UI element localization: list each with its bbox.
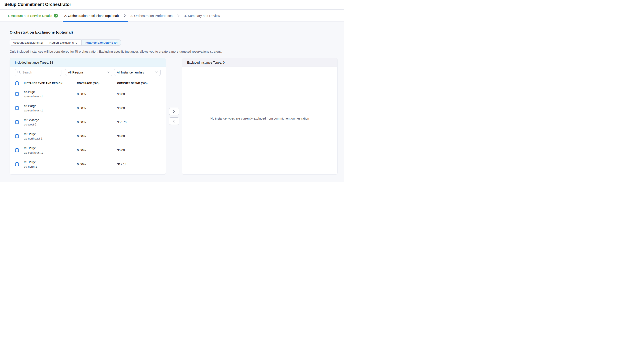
chevron-down-icon bbox=[155, 72, 158, 73]
row-checkbox[interactable] bbox=[15, 134, 19, 138]
region-filter-select[interactable]: All Regions bbox=[65, 69, 112, 76]
page-title: Setup Commitment Orchestrator bbox=[4, 2, 344, 7]
coverage-value: 0.00% bbox=[77, 134, 117, 138]
spend-value: $0.00 bbox=[117, 148, 166, 152]
excluded-panel-title: Excluded Instance Types: 0 bbox=[187, 61, 224, 64]
excluded-panel-header: Excluded Instance Types: 0 bbox=[182, 58, 337, 67]
instance-region: ap-northeast-1 bbox=[24, 137, 77, 140]
search-input[interactable] bbox=[15, 69, 62, 76]
chevron-right-icon bbox=[178, 14, 180, 17]
instance-family-filter-value: All Instance families bbox=[117, 71, 144, 74]
wizard-stepper: 1. Account and Service Details 2. Orches… bbox=[0, 10, 344, 22]
tab-instance-exclusions[interactable]: Instance Exclusions (0) bbox=[82, 40, 121, 46]
excluded-empty-state: No instance types are currently excluded… bbox=[182, 67, 337, 174]
table-row: m5.2xlarge eu-west-2 0.00% $53.70 bbox=[10, 115, 166, 129]
instance-region: ap-southeast-1 bbox=[24, 95, 77, 98]
step-orchestration-exclusions[interactable]: 2. Orchestration Exclusions (optional) bbox=[63, 10, 120, 22]
included-panel-header: Included Instance Types: 38 bbox=[10, 58, 166, 67]
chevron-left-icon bbox=[173, 120, 175, 122]
spend-value: $9.88 bbox=[117, 134, 166, 138]
spend-value: $17.14 bbox=[117, 162, 166, 166]
table-row: c5.xlarge ap-southeast-1 0.00% $0.00 bbox=[10, 101, 166, 115]
instance-cell: m5.large ap-southeast-1 bbox=[24, 146, 77, 154]
transfer-list: Included Instance Types: 38 All Regions bbox=[10, 58, 338, 174]
excluded-instance-types-panel: Excluded Instance Types: 0 No instance t… bbox=[182, 58, 338, 174]
instance-rows: c5.large ap-southeast-1 0.00% $0.00 c5.x… bbox=[10, 87, 166, 174]
instance-cell: m5.large eu-north-1 bbox=[24, 160, 77, 168]
row-checkbox[interactable] bbox=[15, 148, 19, 152]
exclusion-type-tabs: Account Exclusions (1) Region Exclusions… bbox=[10, 40, 121, 46]
column-compute-spend-30d: COMPUTE SPEND (30D) bbox=[117, 82, 166, 84]
step-content: Orchestration Exclusions (optional) Acco… bbox=[0, 22, 344, 182]
instance-cell: c5.xlarge ap-southeast-1 bbox=[24, 104, 77, 112]
step-complete-check-icon bbox=[54, 14, 58, 18]
select-all-checkbox[interactable] bbox=[15, 82, 19, 85]
tab-account-exclusions[interactable]: Account Exclusions (1) bbox=[10, 40, 46, 46]
instance-cell: m5.2xlarge eu-west-2 bbox=[24, 118, 77, 126]
step-label: 1. Account and Service Details bbox=[8, 14, 52, 18]
move-to-included-button[interactable] bbox=[169, 117, 179, 125]
instance-region: ap-southeast-1 bbox=[24, 151, 77, 154]
included-panel-title: Included Instance Types: 38 bbox=[15, 61, 53, 64]
coverage-value: 0.00% bbox=[77, 120, 117, 124]
transfer-controls bbox=[166, 58, 182, 174]
instance-type: m5.large bbox=[24, 146, 77, 150]
chevron-right-icon bbox=[124, 14, 126, 17]
section-description: Only included instances will be consider… bbox=[10, 50, 338, 53]
chevron-right-icon bbox=[173, 110, 175, 113]
instance-region: eu-west-2 bbox=[24, 123, 77, 126]
table-header-row: INSTANCE TYPE AND REGION COVERAGE (30D) … bbox=[10, 80, 166, 87]
instance-type: m5.large bbox=[24, 160, 77, 164]
move-to-excluded-button[interactable] bbox=[169, 108, 179, 115]
instance-region: eu-north-1 bbox=[24, 165, 77, 168]
chevron-down-icon bbox=[107, 72, 110, 73]
filters-row: All Regions All Instance families bbox=[10, 67, 166, 76]
row-checkbox[interactable] bbox=[15, 120, 19, 124]
search-icon bbox=[17, 71, 20, 74]
row-checkbox[interactable] bbox=[15, 162, 19, 166]
row-checkbox[interactable] bbox=[15, 92, 19, 96]
instance-type: c5.large bbox=[24, 90, 77, 94]
instance-family-filter-select[interactable]: All Instance families bbox=[114, 69, 160, 76]
setup-commitment-orchestrator-page: Setup Commitment Orchestrator 1. Account… bbox=[0, 0, 344, 182]
table-row: m5.large eu-north-1 0.00% $17.14 bbox=[10, 157, 166, 171]
coverage-value: 0.00% bbox=[77, 92, 117, 96]
step-label: 3. Orchestration Preferences bbox=[130, 14, 173, 18]
instance-type: m5.2xlarge bbox=[24, 118, 77, 122]
column-instance-type-and-region: INSTANCE TYPE AND REGION bbox=[24, 82, 77, 84]
coverage-value: 0.00% bbox=[77, 106, 117, 110]
coverage-value: 0.00% bbox=[77, 148, 117, 152]
step-label: 4. Summary and Review bbox=[184, 14, 220, 18]
spend-value: $53.70 bbox=[117, 120, 166, 124]
step-account-and-service-details[interactable]: 1. Account and Service Details bbox=[6, 10, 59, 22]
instance-type: m5.large bbox=[24, 132, 77, 136]
spend-value: $0.00 bbox=[117, 106, 166, 110]
table-row: c5.large ap-southeast-1 0.00% $0.00 bbox=[10, 87, 166, 101]
column-coverage-30d: COVERAGE (30D) bbox=[77, 82, 117, 84]
step-orchestration-preferences[interactable]: 3. Orchestration Preferences bbox=[129, 10, 174, 22]
instance-cell: c5.large ap-southeast-1 bbox=[24, 90, 77, 98]
search-box bbox=[15, 69, 62, 76]
instance-region: ap-southeast-1 bbox=[24, 109, 77, 112]
table-row: m5.large ap-southeast-1 0.00% $0.00 bbox=[10, 143, 166, 157]
included-instance-types-panel: Included Instance Types: 38 All Regions bbox=[10, 58, 166, 174]
section-heading: Orchestration Exclusions (optional) bbox=[10, 22, 338, 35]
step-summary-and-review[interactable]: 4. Summary and Review bbox=[183, 10, 221, 22]
step-label: 2. Orchestration Exclusions (optional) bbox=[64, 14, 119, 18]
spend-value: $0.00 bbox=[117, 92, 166, 96]
instance-cell: m5.large ap-northeast-1 bbox=[24, 132, 77, 140]
excluded-empty-message: No instance types are currently excluded… bbox=[210, 117, 309, 120]
tab-region-exclusions[interactable]: Region Exclusions (0) bbox=[46, 40, 82, 46]
coverage-value: 0.00% bbox=[77, 162, 117, 166]
region-filter-value: All Regions bbox=[68, 71, 84, 74]
instance-type: c5.xlarge bbox=[24, 104, 77, 108]
page-header: Setup Commitment Orchestrator bbox=[0, 0, 344, 10]
row-checkbox[interactable] bbox=[15, 106, 19, 110]
table-row: m5.large ap-northeast-1 0.00% $9.88 bbox=[10, 129, 166, 143]
